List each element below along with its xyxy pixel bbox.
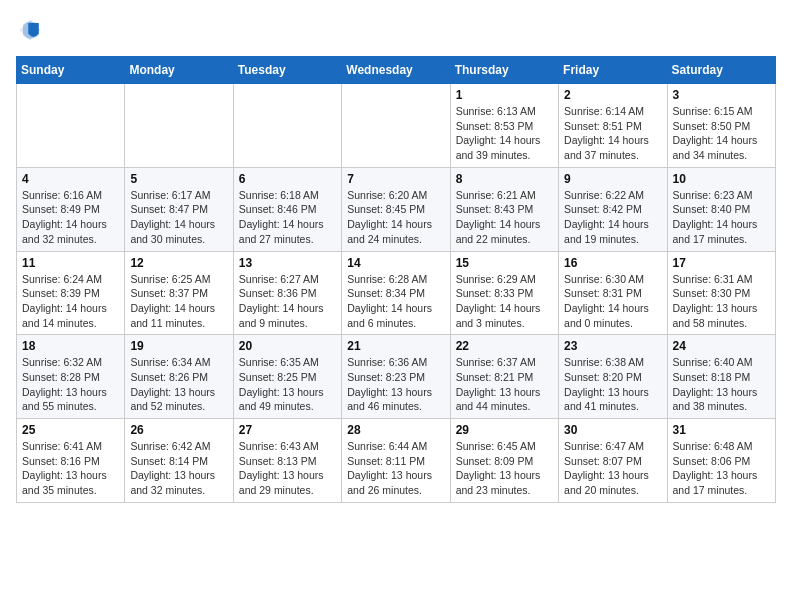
day-info: Sunrise: 6:36 AM Sunset: 8:23 PM Dayligh… — [347, 355, 444, 414]
calendar-cell: 20Sunrise: 6:35 AM Sunset: 8:25 PM Dayli… — [233, 335, 341, 419]
weekday-header-sunday: Sunday — [17, 57, 125, 84]
calendar-cell: 14Sunrise: 6:28 AM Sunset: 8:34 PM Dayli… — [342, 251, 450, 335]
calendar-cell: 16Sunrise: 6:30 AM Sunset: 8:31 PM Dayli… — [559, 251, 667, 335]
day-info: Sunrise: 6:44 AM Sunset: 8:11 PM Dayligh… — [347, 439, 444, 498]
calendar-cell: 28Sunrise: 6:44 AM Sunset: 8:11 PM Dayli… — [342, 419, 450, 503]
day-info: Sunrise: 6:37 AM Sunset: 8:21 PM Dayligh… — [456, 355, 553, 414]
day-info: Sunrise: 6:16 AM Sunset: 8:49 PM Dayligh… — [22, 188, 119, 247]
calendar-cell: 21Sunrise: 6:36 AM Sunset: 8:23 PM Dayli… — [342, 335, 450, 419]
day-number: 8 — [456, 172, 553, 186]
calendar-cell: 7Sunrise: 6:20 AM Sunset: 8:45 PM Daylig… — [342, 167, 450, 251]
day-number: 26 — [130, 423, 227, 437]
day-info: Sunrise: 6:14 AM Sunset: 8:51 PM Dayligh… — [564, 104, 661, 163]
day-number: 9 — [564, 172, 661, 186]
calendar-cell: 24Sunrise: 6:40 AM Sunset: 8:18 PM Dayli… — [667, 335, 775, 419]
day-info: Sunrise: 6:20 AM Sunset: 8:45 PM Dayligh… — [347, 188, 444, 247]
day-number: 4 — [22, 172, 119, 186]
day-info: Sunrise: 6:27 AM Sunset: 8:36 PM Dayligh… — [239, 272, 336, 331]
calendar-cell: 19Sunrise: 6:34 AM Sunset: 8:26 PM Dayli… — [125, 335, 233, 419]
day-number: 5 — [130, 172, 227, 186]
day-number: 6 — [239, 172, 336, 186]
day-number: 30 — [564, 423, 661, 437]
day-number: 19 — [130, 339, 227, 353]
day-number: 20 — [239, 339, 336, 353]
day-info: Sunrise: 6:21 AM Sunset: 8:43 PM Dayligh… — [456, 188, 553, 247]
calendar-cell: 5Sunrise: 6:17 AM Sunset: 8:47 PM Daylig… — [125, 167, 233, 251]
weekday-header-tuesday: Tuesday — [233, 57, 341, 84]
day-info: Sunrise: 6:48 AM Sunset: 8:06 PM Dayligh… — [673, 439, 770, 498]
week-row-2: 4Sunrise: 6:16 AM Sunset: 8:49 PM Daylig… — [17, 167, 776, 251]
calendar-cell: 25Sunrise: 6:41 AM Sunset: 8:16 PM Dayli… — [17, 419, 125, 503]
calendar-cell — [233, 84, 341, 168]
weekday-header-thursday: Thursday — [450, 57, 558, 84]
weekday-header-saturday: Saturday — [667, 57, 775, 84]
day-number: 31 — [673, 423, 770, 437]
calendar-cell — [17, 84, 125, 168]
calendar-cell: 29Sunrise: 6:45 AM Sunset: 8:09 PM Dayli… — [450, 419, 558, 503]
day-number: 17 — [673, 256, 770, 270]
page-header — [16, 16, 776, 44]
calendar-cell: 1Sunrise: 6:13 AM Sunset: 8:53 PM Daylig… — [450, 84, 558, 168]
calendar-cell: 26Sunrise: 6:42 AM Sunset: 8:14 PM Dayli… — [125, 419, 233, 503]
day-info: Sunrise: 6:42 AM Sunset: 8:14 PM Dayligh… — [130, 439, 227, 498]
calendar-cell: 8Sunrise: 6:21 AM Sunset: 8:43 PM Daylig… — [450, 167, 558, 251]
calendar-cell: 13Sunrise: 6:27 AM Sunset: 8:36 PM Dayli… — [233, 251, 341, 335]
weekday-header-row: SundayMondayTuesdayWednesdayThursdayFrid… — [17, 57, 776, 84]
week-row-4: 18Sunrise: 6:32 AM Sunset: 8:28 PM Dayli… — [17, 335, 776, 419]
calendar-cell: 18Sunrise: 6:32 AM Sunset: 8:28 PM Dayli… — [17, 335, 125, 419]
weekday-header-monday: Monday — [125, 57, 233, 84]
day-info: Sunrise: 6:30 AM Sunset: 8:31 PM Dayligh… — [564, 272, 661, 331]
calendar-cell: 22Sunrise: 6:37 AM Sunset: 8:21 PM Dayli… — [450, 335, 558, 419]
calendar-cell — [342, 84, 450, 168]
day-number: 16 — [564, 256, 661, 270]
day-info: Sunrise: 6:31 AM Sunset: 8:30 PM Dayligh… — [673, 272, 770, 331]
calendar-cell: 15Sunrise: 6:29 AM Sunset: 8:33 PM Dayli… — [450, 251, 558, 335]
day-number: 13 — [239, 256, 336, 270]
week-row-1: 1Sunrise: 6:13 AM Sunset: 8:53 PM Daylig… — [17, 84, 776, 168]
calendar-cell: 4Sunrise: 6:16 AM Sunset: 8:49 PM Daylig… — [17, 167, 125, 251]
calendar-cell: 11Sunrise: 6:24 AM Sunset: 8:39 PM Dayli… — [17, 251, 125, 335]
day-number: 1 — [456, 88, 553, 102]
calendar-cell: 6Sunrise: 6:18 AM Sunset: 8:46 PM Daylig… — [233, 167, 341, 251]
logo — [16, 16, 48, 44]
day-info: Sunrise: 6:40 AM Sunset: 8:18 PM Dayligh… — [673, 355, 770, 414]
day-info: Sunrise: 6:32 AM Sunset: 8:28 PM Dayligh… — [22, 355, 119, 414]
day-info: Sunrise: 6:25 AM Sunset: 8:37 PM Dayligh… — [130, 272, 227, 331]
weekday-header-wednesday: Wednesday — [342, 57, 450, 84]
calendar-cell: 27Sunrise: 6:43 AM Sunset: 8:13 PM Dayli… — [233, 419, 341, 503]
day-number: 10 — [673, 172, 770, 186]
week-row-5: 25Sunrise: 6:41 AM Sunset: 8:16 PM Dayli… — [17, 419, 776, 503]
day-info: Sunrise: 6:34 AM Sunset: 8:26 PM Dayligh… — [130, 355, 227, 414]
day-number: 11 — [22, 256, 119, 270]
calendar-cell: 23Sunrise: 6:38 AM Sunset: 8:20 PM Dayli… — [559, 335, 667, 419]
day-number: 7 — [347, 172, 444, 186]
day-info: Sunrise: 6:13 AM Sunset: 8:53 PM Dayligh… — [456, 104, 553, 163]
day-info: Sunrise: 6:15 AM Sunset: 8:50 PM Dayligh… — [673, 104, 770, 163]
week-row-3: 11Sunrise: 6:24 AM Sunset: 8:39 PM Dayli… — [17, 251, 776, 335]
day-info: Sunrise: 6:18 AM Sunset: 8:46 PM Dayligh… — [239, 188, 336, 247]
day-info: Sunrise: 6:22 AM Sunset: 8:42 PM Dayligh… — [564, 188, 661, 247]
calendar-cell — [125, 84, 233, 168]
day-number: 29 — [456, 423, 553, 437]
calendar-cell: 10Sunrise: 6:23 AM Sunset: 8:40 PM Dayli… — [667, 167, 775, 251]
calendar-cell: 12Sunrise: 6:25 AM Sunset: 8:37 PM Dayli… — [125, 251, 233, 335]
day-info: Sunrise: 6:35 AM Sunset: 8:25 PM Dayligh… — [239, 355, 336, 414]
calendar-cell: 2Sunrise: 6:14 AM Sunset: 8:51 PM Daylig… — [559, 84, 667, 168]
calendar-cell: 30Sunrise: 6:47 AM Sunset: 8:07 PM Dayli… — [559, 419, 667, 503]
day-number: 24 — [673, 339, 770, 353]
calendar-cell: 9Sunrise: 6:22 AM Sunset: 8:42 PM Daylig… — [559, 167, 667, 251]
day-number: 2 — [564, 88, 661, 102]
day-info: Sunrise: 6:45 AM Sunset: 8:09 PM Dayligh… — [456, 439, 553, 498]
day-number: 22 — [456, 339, 553, 353]
day-info: Sunrise: 6:47 AM Sunset: 8:07 PM Dayligh… — [564, 439, 661, 498]
day-number: 12 — [130, 256, 227, 270]
calendar-table: SundayMondayTuesdayWednesdayThursdayFrid… — [16, 56, 776, 503]
day-info: Sunrise: 6:43 AM Sunset: 8:13 PM Dayligh… — [239, 439, 336, 498]
day-info: Sunrise: 6:24 AM Sunset: 8:39 PM Dayligh… — [22, 272, 119, 331]
day-info: Sunrise: 6:38 AM Sunset: 8:20 PM Dayligh… — [564, 355, 661, 414]
logo-icon — [16, 16, 44, 44]
day-number: 27 — [239, 423, 336, 437]
weekday-header-friday: Friday — [559, 57, 667, 84]
day-number: 18 — [22, 339, 119, 353]
calendar-cell: 17Sunrise: 6:31 AM Sunset: 8:30 PM Dayli… — [667, 251, 775, 335]
